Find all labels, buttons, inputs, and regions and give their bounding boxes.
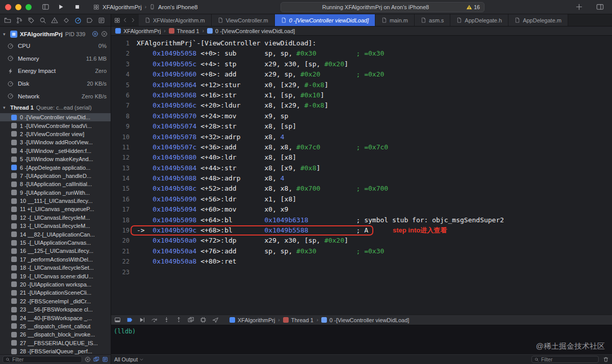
navigator-issues-icon[interactable] [51,17,58,24]
line-number[interactable]: 20 [111,236,137,246]
line-number[interactable]: 1 [111,38,137,48]
gauge-cpu[interactable]: CPU 0% [0,40,111,53]
clear-console-icon[interactable] [603,356,609,362]
output-scope-selector[interactable]: All Output [114,356,144,362]
stack-frame-28[interactable]: 28 -[FBSSerialQueue _perf... [0,347,111,354]
stack-frame-20[interactable]: 20 -[UIApplication workspa... [0,280,111,289]
line-number[interactable]: 13 [111,163,137,173]
disclosure-triangle-icon[interactable]: ▾ [3,105,8,110]
stack-frame-10[interactable]: 10 __111-[_UICanvasLifecy... [0,197,111,205]
breadcrumb-0-viewcontroller-viewdidload[interactable]: 0 -[ViewController viewDidLoad] [207,28,295,34]
stack-frame-12[interactable]: 12 -[_UICanvasLifecycleM... [0,214,111,222]
back-icon[interactable] [122,17,128,23]
show-only-crashed-icon[interactable] [93,356,99,362]
stack-frame-17[interactable]: 17 _performActionsWithDel... [0,255,111,264]
stack-frame-7[interactable]: 7 -[UIApplication _handleD... [0,172,111,180]
step-into-icon[interactable] [163,317,170,323]
code-line-22[interactable]: 22 0x1049b50a8 <+80>:ret [111,256,612,267]
disclosure-triangle-icon[interactable]: ▾ [3,32,8,37]
line-number[interactable]: 8 [111,111,137,121]
navigator-search-icon[interactable] [39,17,46,24]
toggle-panes-icon[interactable] [42,3,49,11]
process-row[interactable]: ▾ ▦ XFAlgorithmPrj PID 339 [0,28,111,40]
navigator-project-icon[interactable] [4,17,11,24]
gauge-disk[interactable]: Disk 20 KB/s [0,77,111,90]
hide-console-icon[interactable] [114,317,121,323]
line-number[interactable]: 11 [111,142,137,152]
view-ui-icon[interactable] [188,317,194,323]
navigator-tests-icon[interactable] [63,17,70,24]
stack-frame-16[interactable]: 16 __125-[_UICanvasLifecy... [0,247,111,255]
code-line-1[interactable]: 1XFAlgorithmPrj`-[ViewController viewDid… [111,38,612,48]
line-number[interactable]: 21 [111,246,137,256]
minimize-window-button[interactable] [15,4,21,10]
related-items-icon[interactable] [114,17,120,23]
scheme-selector[interactable]: XFAlgorithmPrj › Aron's iPhone8 [93,4,198,10]
navigator-breakpoints-icon[interactable] [86,17,93,24]
line-number[interactable]: 6 [111,90,137,100]
navigator-symbols-icon[interactable] [28,17,35,24]
code-line-13[interactable]: 13 0x1049b5084 <+44>:str x8, [x9, #0x8] [111,163,612,173]
code-line-10[interactable]: 10 0x1049b5078 <+32>:adrp x8, 4 [111,132,612,142]
stack-frame-1[interactable]: 1 -[UIViewController loadVi... [0,121,111,129]
tab-main-m[interactable]: main.m [375,14,415,26]
stack-frame-19[interactable]: 19 -[_UICanvas scene:didU... [0,272,111,280]
code-line-19[interactable]: 19-> 0x1049b509c <+68>:bl 0x1049b5588 ; … [111,225,612,236]
memory-icon[interactable] [200,317,207,323]
code-line-16[interactable]: 16 0x1049b5090 <+56>:ldr x1, [x8] [111,194,612,204]
breadcrumb-thread-1[interactable]: Thread 1 [169,28,199,34]
line-number[interactable]: 5 [111,80,137,90]
stack-frame-21[interactable]: 21 -[UIApplicationSceneCli... [0,289,111,297]
step-over-icon[interactable] [151,317,158,323]
show-only-user-frames-icon[interactable] [102,356,108,362]
tab-appdelegate-m[interactable]: AppDelegate.m [508,14,568,26]
breadcrumb-0-viewcontroller-viewdidload[interactable]: 0 -[ViewController viewDidLoad] [321,317,409,323]
stack-frame-3[interactable]: 3 -[UIWindow addRootView... [0,138,111,146]
stack-frame-5[interactable]: 5 -[UIWindow makeKeyAnd... [0,155,111,163]
code-line-11[interactable]: 11 0x1049b507c <+36>:add x8, x8, #0x7c0 … [111,142,612,152]
breadcrumb-xfalgorithmprj[interactable]: XFAlgorithmPrj [115,28,161,34]
line-number[interactable]: 12 [111,152,137,163]
breadcrumb-xfalgorithmprj[interactable]: XFAlgorithmPrj [230,317,275,323]
line-number[interactable]: 10 [111,132,137,142]
bp-arrow-icon[interactable] [126,317,133,323]
step-out-icon[interactable] [175,317,182,323]
stack-frame-6[interactable]: 6 -[AppDelegate applicatio... [0,163,111,171]
stack-frame-2[interactable]: 2 -[UIViewController view] [0,130,111,138]
close-window-button[interactable] [5,4,11,10]
code-line-8[interactable]: 8 0x1049b5070 <+24>:mov x9, sp [111,111,612,121]
stack-frame-22[interactable]: 22 -[FBSSceneImpl _didCr... [0,297,111,305]
navigator-source-control-icon[interactable] [16,17,23,24]
line-number[interactable]: 18 [111,215,137,225]
stack-frame-23[interactable]: 23 __56-[FBSWorkspace cl... [0,305,111,314]
line-number[interactable]: 22 [111,256,137,267]
tab-asm-s[interactable]: asm.s [415,14,450,26]
line-number[interactable]: 3 [111,59,137,69]
stack-frame-15[interactable]: 15 -[_UIApplicationCanvas... [0,239,111,247]
code-line-14[interactable]: 14 0x1049b5088 <+48>:adrp x8, 4 [111,173,612,184]
zoom-window-button[interactable] [26,4,32,10]
stack-frame-25[interactable]: 25 __dispatch_client_callout [0,322,111,330]
stack-frame-9[interactable]: 9 -[UIApplication _runWith... [0,188,111,196]
navigator-filter-input[interactable]: Filter [3,356,82,363]
line-number[interactable]: 7 [111,100,137,111]
forward-icon[interactable] [130,17,136,23]
kill-process-icon[interactable] [101,31,108,37]
code-line-9[interactable]: 9 0x1049b5074 <+28>:str x8, [sp] [111,121,612,132]
line-number[interactable]: 16 [111,194,137,204]
pause-process-icon[interactable] [92,31,98,37]
stack-frame-11[interactable]: 11 +[_UICanvas _enqueueP... [0,205,111,213]
run-button[interactable] [58,4,64,10]
line-number[interactable]: 23 [111,267,137,277]
tab-0-viewcontroller-viewdidload[interactable]: 0 -[ViewController viewDidLoad] [275,14,375,26]
stack-frame-24[interactable]: 24 __40-[FBSWorkspace _... [0,314,111,322]
code-line-21[interactable]: 21 0x1049b50a4 <+76>:add sp, sp, #0x30 ;… [111,246,612,256]
stack-frame-14[interactable]: 14 __82-[_UIApplicationCan... [0,230,111,238]
navigator-reports-icon[interactable] [98,17,105,24]
console-filter-input[interactable]: Filter [531,356,599,363]
continue-icon[interactable] [139,317,145,323]
disassembly-editor[interactable]: 1XFAlgorithmPrj`-[ViewController viewDid… [111,36,612,315]
stack-frame-8[interactable]: 8 -[UIApplication _callInitial... [0,180,111,188]
line-number[interactable]: 19 [111,225,137,236]
location-icon[interactable] [212,317,219,323]
